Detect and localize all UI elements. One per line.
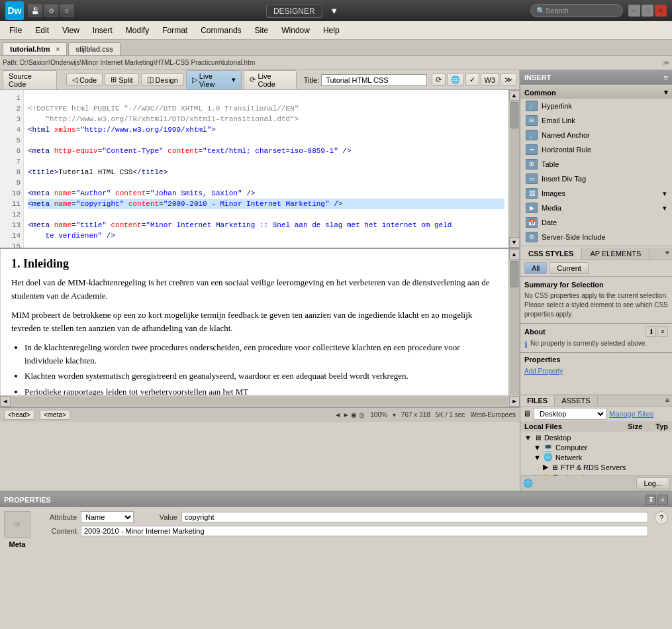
menu-edit[interactable]: Edit — [28, 23, 56, 38]
status-head-tag[interactable]: <head> — [4, 410, 34, 420]
scroll-up-btn[interactable]: ▲ — [509, 90, 520, 101]
close-tab-tutorial[interactable]: × — [56, 46, 60, 53]
zoom-level: 100% — [370, 411, 387, 418]
value-input[interactable] — [181, 512, 648, 522]
attribute-selector[interactable]: Name — [81, 511, 134, 523]
insert-hyperlink[interactable]: 🔗 Hyperlink — [520, 99, 672, 113]
check-btn[interactable]: W3 — [481, 73, 500, 86]
nav-controls[interactable]: ◄ ► ◉ ◎ — [334, 411, 365, 418]
code-editor[interactable]: <!DOCTYPE html PUBLIC "-//W3C//DTD XHTML… — [24, 90, 508, 248]
preview-btn[interactable]: 🌐 — [447, 73, 464, 86]
insert-date[interactable]: 📅 Date — [520, 215, 672, 230]
manage-sites-link[interactable]: Manage Sites — [609, 410, 653, 418]
tab-stijlblad-css[interactable]: stijlblad.css — [68, 42, 120, 55]
expand-icon: ▼ — [534, 454, 541, 461]
ftp-folder[interactable]: ▶ 🖥 FTP & RDS Servers — [543, 462, 668, 472]
desktop-folder[interactable]: ▼ 🖥 Desktop — [524, 433, 668, 442]
insert-table[interactable]: ⊞ Table — [520, 157, 672, 171]
common-section-header[interactable]: Common ▾ — [520, 86, 672, 99]
design-view-btn[interactable]: ◫ Design — [141, 73, 184, 86]
source-code-btn[interactable]: Source Code — [3, 70, 57, 90]
ap-elements-tab[interactable]: AP ELEMENTS — [582, 248, 649, 260]
css-styles-tab[interactable]: CSS STYLES — [520, 248, 582, 260]
extra-button[interactable]: ≡ — [60, 4, 74, 17]
about-options-btn[interactable]: ≡ — [657, 326, 668, 337]
editor-panel: Source Code ◁ Code ⊞ Split ◫ Design ▷ Li… — [0, 70, 520, 395]
all-current-row: All Current — [520, 260, 672, 277]
menu-modify[interactable]: Modify — [119, 23, 156, 38]
h-scroll-track — [12, 397, 508, 405]
css-panel-options[interactable]: ≡ — [663, 248, 672, 260]
options-icon[interactable]: ≫ — [663, 59, 669, 66]
app-title: DESIGNER ▼ — [74, 6, 530, 16]
hyperlink-icon: 🔗 — [526, 101, 538, 111]
insert-named-anchor[interactable]: ⚓ Named Anchor — [520, 128, 672, 142]
div-icon: ▭ — [526, 173, 538, 184]
save-button[interactable]: 💾 — [28, 4, 42, 17]
location-selector[interactable]: Desktop — [534, 408, 606, 420]
code-scrollbar[interactable]: ▲ ▼ — [508, 90, 519, 248]
insert-images[interactable]: 🖼 Images ▾ — [520, 186, 672, 201]
validate-btn[interactable]: ✓ — [465, 73, 479, 86]
insert-horizontal-rule[interactable]: ━ Horizontal Rule — [520, 142, 672, 157]
about-info-btn[interactable]: ℹ — [646, 326, 656, 337]
files-tab[interactable]: FILES — [520, 395, 555, 406]
menu-view[interactable]: View — [56, 23, 86, 38]
info-icon: ℹ — [524, 340, 528, 350]
close-button[interactable]: ✕ — [655, 5, 667, 17]
content-input[interactable] — [81, 526, 648, 536]
media-expand[interactable]: ▾ — [663, 204, 667, 213]
scroll-thumb[interactable] — [510, 102, 518, 128]
insert-media[interactable]: ▶ Media ▾ — [520, 201, 672, 215]
menu-window[interactable]: Window — [275, 23, 316, 38]
scroll-track — [510, 101, 519, 236]
code-view-btn[interactable]: ◁ Code — [66, 73, 103, 86]
insert-div-tag[interactable]: ▭ Insert Div Tag — [520, 171, 672, 186]
insert-panel-options[interactable]: ≡ — [664, 73, 668, 81]
refresh-btn[interactable]: ⟳ — [432, 73, 446, 86]
preview-scroll-up[interactable]: ▲ — [509, 249, 520, 260]
current-btn[interactable]: Current — [550, 262, 589, 274]
menu-format[interactable]: Format — [156, 23, 194, 38]
zoom-select[interactable]: ▾ — [393, 411, 396, 418]
minimize-button[interactable]: ─ — [628, 5, 640, 17]
expand-icon: ▶ — [543, 463, 548, 471]
live-code-btn[interactable]: ⟳ Live Code — [244, 70, 296, 90]
preview-scroll-thumb[interactable] — [510, 261, 518, 287]
log-button[interactable]: Log... — [636, 477, 669, 489]
status-meta-tag[interactable]: <meta> — [40, 410, 70, 420]
prop-expand-btn[interactable]: ⊼ — [646, 495, 656, 505]
split-view-btn[interactable]: ⊞ Split — [105, 73, 138, 86]
server-icon: ⚙ — [526, 232, 538, 242]
menu-insert[interactable]: Insert — [86, 23, 119, 38]
menu-file[interactable]: File — [3, 23, 28, 38]
page-title-input[interactable] — [321, 74, 426, 86]
menu-help[interactable]: Help — [316, 23, 346, 38]
insert-email-link[interactable]: ✉ Email Link — [520, 113, 672, 128]
add-property-link[interactable]: Add Property — [524, 367, 563, 375]
scroll-down-btn[interactable]: ▼ — [509, 237, 520, 248]
settings-button[interactable]: ⚙ — [44, 4, 58, 17]
menu-commands[interactable]: Commands — [194, 23, 248, 38]
prop-options-btn[interactable]: ≡ — [657, 495, 668, 505]
network-folder[interactable]: ▼ 🌐 Netwerk — [534, 452, 668, 462]
maximize-button[interactable]: □ — [642, 5, 653, 17]
insert-server-side-include[interactable]: ⚙ Server-Side Include — [520, 230, 672, 244]
computer-folder[interactable]: ▼ 💻 Computer — [534, 442, 668, 452]
search-box[interactable]: 🔍 Search — [530, 4, 623, 17]
files-left: ◄ ► <head> <meta> ◄ ► ◉ ◎ 100% ▾ 767 x 3… — [0, 395, 520, 491]
images-expand[interactable]: ▾ — [663, 189, 667, 198]
tab-tutorial-htm[interactable]: tutorial.htm × — [3, 42, 67, 55]
expand-icon: ▼ — [524, 434, 532, 442]
h-scroll-right[interactable]: ► — [509, 396, 520, 407]
more-btn[interactable]: ≫ — [501, 73, 516, 86]
files-options[interactable]: ≡ — [663, 395, 672, 406]
h-scroll-left[interactable]: ◄ — [0, 396, 11, 407]
live-view-btn[interactable]: ▷ Live View ▾ — [186, 70, 242, 90]
css-tab-bar: CSS STYLES AP ELEMENTS ≡ — [520, 248, 672, 260]
menu-site[interactable]: Site — [248, 23, 275, 38]
assets-tab[interactable]: ASSETS — [555, 395, 597, 406]
help-button[interactable]: ? — [655, 511, 668, 524]
files-tab-bar: FILES ASSETS ≡ — [520, 395, 672, 407]
all-btn[interactable]: All — [524, 262, 547, 274]
